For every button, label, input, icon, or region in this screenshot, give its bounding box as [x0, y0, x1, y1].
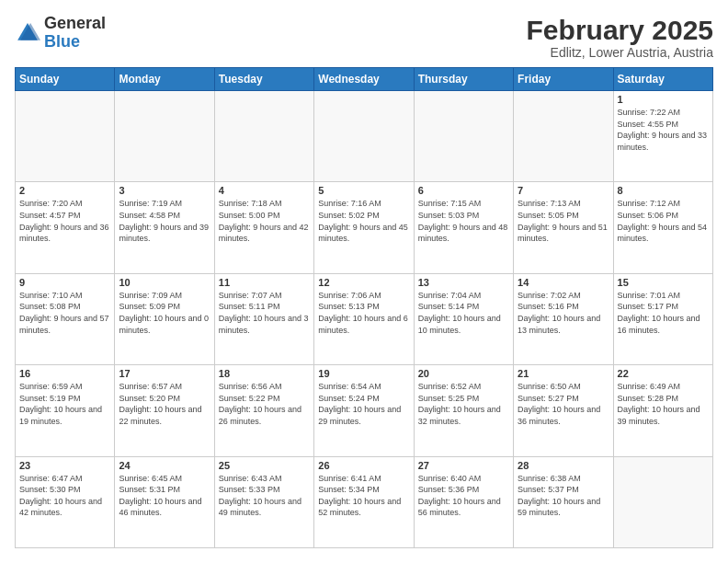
- day-info: Sunrise: 7:01 AM Sunset: 5:17 PM Dayligh…: [618, 290, 709, 336]
- calendar-cell: 1Sunrise: 7:22 AM Sunset: 4:55 PM Daylig…: [613, 91, 712, 182]
- calendar-cell: [115, 91, 214, 182]
- day-number: 13: [418, 277, 509, 288]
- calendar-cell: [514, 91, 613, 182]
- day-info: Sunrise: 7:09 AM Sunset: 5:09 PM Dayligh…: [119, 290, 210, 336]
- logo-general: General: [44, 14, 106, 32]
- calendar-cell: 22Sunrise: 6:49 AM Sunset: 5:28 PM Dayli…: [613, 365, 712, 456]
- calendar-cell: 11Sunrise: 7:07 AM Sunset: 5:11 PM Dayli…: [214, 273, 313, 364]
- day-number: 10: [119, 277, 210, 288]
- calendar-cell: 20Sunrise: 6:52 AM Sunset: 5:25 PM Dayli…: [414, 365, 513, 456]
- day-number: 25: [219, 460, 310, 471]
- week-row-2: 9Sunrise: 7:10 AM Sunset: 5:08 PM Daylig…: [16, 273, 713, 364]
- calendar-cell: 27Sunrise: 6:40 AM Sunset: 5:36 PM Dayli…: [414, 456, 513, 547]
- calendar-cell: 21Sunrise: 6:50 AM Sunset: 5:27 PM Dayli…: [514, 365, 613, 456]
- calendar-cell: 13Sunrise: 7:04 AM Sunset: 5:14 PM Dayli…: [414, 273, 513, 364]
- day-number: 28: [518, 460, 609, 471]
- calendar-cell: 12Sunrise: 7:06 AM Sunset: 5:13 PM Dayli…: [314, 273, 414, 364]
- calendar-cell: 26Sunrise: 6:41 AM Sunset: 5:34 PM Dayli…: [314, 456, 414, 547]
- calendar-cell: 18Sunrise: 6:56 AM Sunset: 5:22 PM Dayli…: [214, 365, 313, 456]
- calendar-cell: [314, 91, 414, 182]
- day-number: 7: [518, 185, 609, 196]
- day-number: 20: [418, 368, 509, 379]
- calendar-cell: 25Sunrise: 6:43 AM Sunset: 5:33 PM Dayli…: [214, 456, 313, 547]
- calendar-cell: 10Sunrise: 7:09 AM Sunset: 5:09 PM Dayli…: [115, 273, 214, 364]
- day-number: 5: [318, 185, 409, 196]
- calendar-table: SundayMondayTuesdayWednesdayThursdayFrid…: [15, 67, 713, 548]
- calendar-cell: [414, 91, 513, 182]
- day-header-saturday: Saturday: [613, 68, 712, 91]
- week-row-4: 23Sunrise: 6:47 AM Sunset: 5:30 PM Dayli…: [16, 456, 713, 547]
- day-info: Sunrise: 6:43 AM Sunset: 5:33 PM Dayligh…: [219, 473, 310, 519]
- calendar-cell: 19Sunrise: 6:54 AM Sunset: 5:24 PM Dayli…: [314, 365, 414, 456]
- day-number: 26: [318, 460, 409, 471]
- day-info: Sunrise: 6:52 AM Sunset: 5:25 PM Dayligh…: [418, 381, 509, 427]
- day-header-wednesday: Wednesday: [314, 68, 414, 91]
- calendar-cell: 7Sunrise: 7:13 AM Sunset: 5:05 PM Daylig…: [514, 182, 613, 273]
- day-header-monday: Monday: [115, 68, 214, 91]
- day-number: 4: [219, 185, 310, 196]
- day-number: 15: [618, 277, 709, 288]
- day-number: 16: [19, 368, 110, 379]
- day-number: 12: [318, 277, 409, 288]
- day-number: 2: [19, 185, 110, 196]
- day-number: 1: [618, 94, 709, 105]
- calendar-cell: 6Sunrise: 7:15 AM Sunset: 5:03 PM Daylig…: [414, 182, 513, 273]
- day-info: Sunrise: 7:02 AM Sunset: 5:16 PM Dayligh…: [518, 290, 609, 336]
- day-info: Sunrise: 7:18 AM Sunset: 5:00 PM Dayligh…: [219, 198, 310, 244]
- week-row-0: 1Sunrise: 7:22 AM Sunset: 4:55 PM Daylig…: [16, 91, 713, 182]
- logo-blue: Blue: [44, 32, 80, 51]
- calendar-cell: 15Sunrise: 7:01 AM Sunset: 5:17 PM Dayli…: [613, 273, 712, 364]
- calendar-cell: 2Sunrise: 7:20 AM Sunset: 4:57 PM Daylig…: [16, 182, 115, 273]
- day-number: 19: [318, 368, 409, 379]
- day-info: Sunrise: 6:47 AM Sunset: 5:30 PM Dayligh…: [19, 473, 110, 519]
- calendar-cell: 4Sunrise: 7:18 AM Sunset: 5:00 PM Daylig…: [214, 182, 313, 273]
- day-info: Sunrise: 7:20 AM Sunset: 4:57 PM Dayligh…: [19, 198, 110, 244]
- calendar-cell: [613, 456, 712, 547]
- day-header-thursday: Thursday: [414, 68, 513, 91]
- title-block: February 2025 Edlitz, Lower Austria, Aus…: [527, 15, 713, 60]
- calendar-cell: 5Sunrise: 7:16 AM Sunset: 5:02 PM Daylig…: [314, 182, 414, 273]
- day-number: 18: [219, 368, 310, 379]
- day-info: Sunrise: 7:13 AM Sunset: 5:05 PM Dayligh…: [518, 198, 609, 244]
- day-number: 3: [119, 185, 210, 196]
- calendar-cell: 17Sunrise: 6:57 AM Sunset: 5:20 PM Dayli…: [115, 365, 214, 456]
- day-info: Sunrise: 6:57 AM Sunset: 5:20 PM Dayligh…: [119, 381, 210, 427]
- day-info: Sunrise: 7:15 AM Sunset: 5:03 PM Dayligh…: [418, 198, 509, 244]
- calendar-cell: 8Sunrise: 7:12 AM Sunset: 5:06 PM Daylig…: [613, 182, 712, 273]
- calendar-cell: [16, 91, 115, 182]
- day-info: Sunrise: 6:54 AM Sunset: 5:24 PM Dayligh…: [318, 381, 409, 427]
- day-info: Sunrise: 7:10 AM Sunset: 5:08 PM Dayligh…: [19, 290, 110, 336]
- logo-text: General Blue: [44, 15, 106, 52]
- day-info: Sunrise: 7:04 AM Sunset: 5:14 PM Dayligh…: [418, 290, 509, 336]
- day-number: 21: [518, 368, 609, 379]
- day-number: 6: [418, 185, 509, 196]
- calendar-cell: 23Sunrise: 6:47 AM Sunset: 5:30 PM Dayli…: [16, 456, 115, 547]
- calendar-cell: 28Sunrise: 6:38 AM Sunset: 5:37 PM Dayli…: [514, 456, 613, 547]
- day-info: Sunrise: 7:16 AM Sunset: 5:02 PM Dayligh…: [318, 198, 409, 244]
- day-info: Sunrise: 6:56 AM Sunset: 5:22 PM Dayligh…: [219, 381, 310, 427]
- day-number: 23: [19, 460, 110, 471]
- calendar-subtitle: Edlitz, Lower Austria, Austria: [527, 45, 713, 60]
- logo: General Blue: [15, 15, 106, 52]
- day-header-tuesday: Tuesday: [214, 68, 313, 91]
- day-info: Sunrise: 7:19 AM Sunset: 4:58 PM Dayligh…: [119, 198, 210, 244]
- day-number: 24: [119, 460, 210, 471]
- day-number: 27: [418, 460, 509, 471]
- day-number: 22: [618, 368, 709, 379]
- day-info: Sunrise: 6:45 AM Sunset: 5:31 PM Dayligh…: [119, 473, 210, 519]
- calendar-cell: [214, 91, 313, 182]
- day-info: Sunrise: 6:40 AM Sunset: 5:36 PM Dayligh…: [418, 473, 509, 519]
- calendar-cell: 3Sunrise: 7:19 AM Sunset: 4:58 PM Daylig…: [115, 182, 214, 273]
- day-number: 9: [19, 277, 110, 288]
- day-header-friday: Friday: [514, 68, 613, 91]
- day-number: 8: [618, 185, 709, 196]
- day-header-sunday: Sunday: [16, 68, 115, 91]
- day-info: Sunrise: 7:22 AM Sunset: 4:55 PM Dayligh…: [618, 107, 709, 153]
- day-info: Sunrise: 6:50 AM Sunset: 5:27 PM Dayligh…: [518, 381, 609, 427]
- day-info: Sunrise: 6:49 AM Sunset: 5:28 PM Dayligh…: [618, 381, 709, 427]
- header: General Blue February 2025 Edlitz, Lower…: [15, 15, 713, 60]
- day-info: Sunrise: 6:41 AM Sunset: 5:34 PM Dayligh…: [318, 473, 409, 519]
- calendar-header-row: SundayMondayTuesdayWednesdayThursdayFrid…: [16, 68, 713, 91]
- day-number: 11: [219, 277, 310, 288]
- calendar-title: February 2025: [527, 15, 713, 45]
